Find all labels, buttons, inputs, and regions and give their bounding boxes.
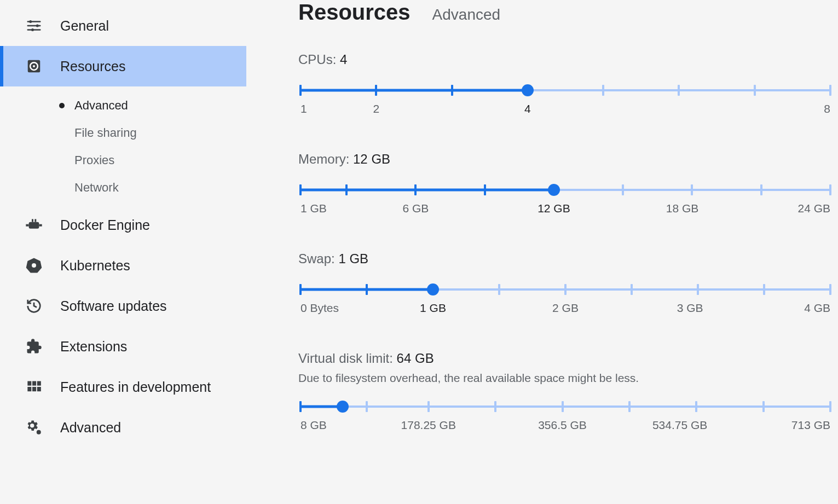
slider-fill (300, 189, 554, 192)
slider-tick (562, 401, 564, 412)
page-breadcrumb: Advanced (432, 6, 501, 24)
slider-tick (366, 401, 368, 412)
cpus-slider-wrap: 1248 (298, 84, 833, 119)
memory-label: Memory: 12 GB (298, 152, 833, 167)
slider-tick (345, 184, 348, 195)
slider-tick (427, 401, 430, 412)
slider-tick (414, 184, 417, 195)
sidebar-item-extensions[interactable]: Extensions (0, 326, 249, 367)
slider-tick (375, 85, 377, 96)
svg-rect-3 (27, 25, 41, 27)
tune-icon (25, 17, 43, 34)
slider-tick (299, 184, 302, 195)
swap-slider-thumb[interactable] (427, 283, 439, 296)
subnav-item-proxies[interactable]: Proxies (74, 147, 249, 174)
subnav-item-network[interactable]: Network (74, 174, 249, 201)
setting-disk: Virtual disk limit: 64 GBDue to filesyst… (298, 351, 833, 435)
svg-rect-10 (32, 219, 33, 222)
cpus-slider[interactable] (300, 84, 830, 97)
resources-subnav: Advanced File sharing Proxies Network (0, 86, 249, 205)
memory-label-text: Memory: (298, 152, 349, 166)
sidebar-item-features-dev[interactable]: Features in development (0, 367, 249, 407)
setting-memory: Memory: 12 GB1 GB6 GB12 GB18 GB24 GB (298, 152, 833, 218)
slider-tick (451, 85, 453, 96)
slider-tick (631, 284, 633, 295)
slider-tick (628, 401, 631, 412)
slider-tick (763, 284, 765, 295)
memory-slider-thumb[interactable] (548, 184, 560, 196)
cpus-label-text: CPUs: (298, 52, 336, 67)
slider-tick (494, 401, 496, 412)
sidebar-item-general[interactable]: General (0, 5, 249, 46)
swap-label-text: Swap: (298, 251, 335, 266)
slider-tick-labels: 0 Bytes1 GB2 GB3 GB4 GB (300, 302, 830, 318)
slider-fill (300, 89, 528, 92)
slider-tick (602, 85, 604, 96)
subnav-item-label: Advanced (74, 99, 128, 113)
settings-sidebar: General Resources Advanced File sharing … (0, 0, 249, 490)
slider-tick (622, 184, 624, 195)
slider-tick-label: 2 GB (552, 302, 579, 315)
slider-tick-label: 534.75 GB (652, 419, 707, 432)
history-icon (25, 297, 43, 315)
slider-tick-label: 12 GB (538, 202, 570, 215)
svg-rect-5 (27, 29, 41, 31)
memory-slider[interactable] (300, 183, 830, 196)
slider-tick (691, 184, 693, 195)
slider-tick-labels: 1248 (300, 102, 830, 119)
slider-tick-label: 1 GB (420, 302, 446, 315)
slider-tick-label: 178.25 GB (401, 419, 456, 432)
cpus-slider-thumb[interactable] (522, 84, 534, 96)
sidebar-item-advanced[interactable]: Advanced (0, 407, 249, 448)
subnav-item-file-sharing[interactable]: File sharing (74, 119, 249, 147)
svg-point-8 (33, 65, 35, 67)
sidebar-item-label: Software updates (60, 298, 167, 314)
gears-icon (25, 419, 43, 436)
page-title-row: Resources Advanced (298, 0, 833, 25)
disk-slider-thumb[interactable] (337, 401, 349, 413)
slider-tick-label: 356.5 GB (538, 419, 587, 432)
svg-rect-11 (34, 219, 36, 222)
swap-slider-wrap: 0 Bytes1 GB2 GB3 GB4 GB (298, 283, 833, 318)
settings-main: Resources Advanced CPUs: 41248 Memory: 1… (249, 0, 838, 490)
disk-slider-wrap: 8 GB713 GB178.25 GB356.5 GB534.75 GB (298, 400, 833, 435)
subnav-item-label: Network (74, 181, 119, 195)
slider-tick-labels: 1 GB6 GB12 GB18 GB24 GB (300, 202, 830, 218)
slider-tick (299, 284, 302, 295)
sidebar-item-software-updates[interactable]: Software updates (0, 286, 249, 326)
sidebar-item-kubernetes[interactable]: Kubernetes (0, 245, 249, 286)
svg-rect-13 (39, 224, 42, 227)
sidebar-item-label: Resources (60, 59, 126, 74)
disk-slider[interactable] (300, 400, 830, 413)
disk-value: 64 GB (397, 351, 434, 366)
swap-slider[interactable] (300, 283, 830, 296)
grid-icon (25, 378, 43, 396)
subnav-item-advanced[interactable]: Advanced (74, 92, 249, 119)
slider-tick-label: 0 Bytes (300, 302, 339, 315)
memory-slider-wrap: 1 GB6 GB12 GB18 GB24 GB (298, 183, 833, 218)
svg-rect-12 (26, 224, 28, 227)
setting-cpus: CPUs: 41248 (298, 52, 833, 119)
sidebar-item-docker-engine[interactable]: Docker Engine (0, 205, 249, 245)
slider-tick (762, 401, 765, 412)
svg-rect-19 (32, 387, 36, 391)
subnav-item-label: Proxies (74, 153, 114, 167)
sidebar-item-label: General (60, 18, 109, 34)
sidebar-item-resources[interactable]: Resources (0, 46, 246, 86)
slider-tick-label: 24 GB (797, 202, 830, 215)
slider-tick (829, 184, 831, 195)
slider-tick-label: 3 GB (677, 302, 703, 315)
sidebar-item-label: Docker Engine (60, 217, 150, 233)
slider-tick (754, 85, 756, 96)
slider-tick-label: 2 (373, 102, 379, 115)
slider-tick (299, 85, 302, 96)
slider-tick-label: 1 (300, 102, 307, 115)
slider-tick (299, 401, 302, 412)
svg-rect-15 (27, 381, 31, 386)
slider-tick (564, 284, 567, 295)
slider-tick-label: 8 GB (300, 419, 327, 432)
sidebar-item-label: Features in development (60, 379, 211, 395)
slider-tick-label: 4 (524, 102, 531, 115)
svg-rect-9 (29, 222, 39, 229)
disc-icon (25, 57, 43, 75)
